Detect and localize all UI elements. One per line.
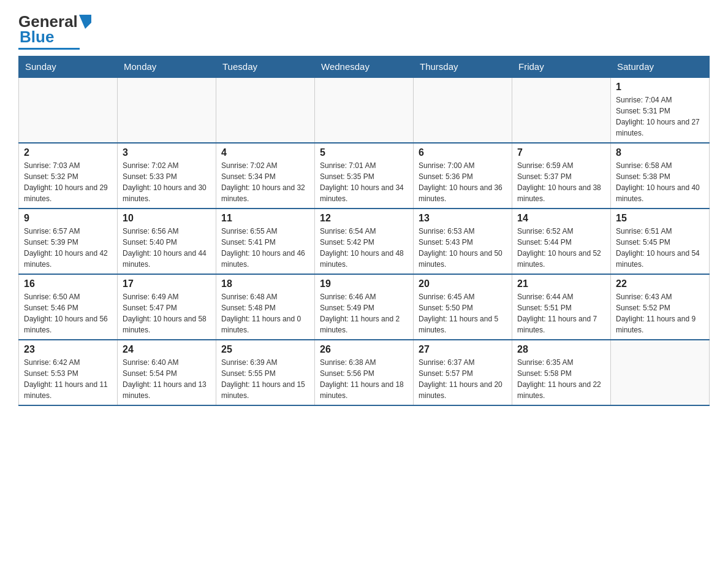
calendar-cell: 15Sunrise: 6:51 AMSunset: 5:45 PMDayligh… [611,209,710,274]
calendar-cell: 27Sunrise: 6:37 AMSunset: 5:57 PMDayligh… [414,340,512,405]
calendar-cell: 11Sunrise: 6:55 AMSunset: 5:41 PMDayligh… [216,209,315,274]
sun-info: Sunrise: 7:02 AMSunset: 5:34 PMDaylight:… [221,160,309,204]
day-number: 5 [320,147,408,158]
calendar-cell [315,77,414,143]
day-number: 15 [616,213,704,224]
calendar-week-3: 9Sunrise: 6:57 AMSunset: 5:39 PMDaylight… [19,209,710,274]
day-number: 18 [221,278,309,289]
calendar-cell: 13Sunrise: 6:53 AMSunset: 5:43 PMDayligh… [414,209,512,274]
calendar-cell [19,77,118,143]
sun-info: Sunrise: 6:50 AMSunset: 5:46 PMDaylight:… [24,291,112,335]
calendar-cell: 17Sunrise: 6:49 AMSunset: 5:47 PMDayligh… [118,274,216,340]
sun-info: Sunrise: 6:51 AMSunset: 5:45 PMDaylight:… [616,226,704,270]
calendar-cell: 19Sunrise: 6:46 AMSunset: 5:49 PMDayligh… [315,274,414,340]
day-number: 20 [419,278,507,289]
sun-info: Sunrise: 6:54 AMSunset: 5:42 PMDaylight:… [320,226,408,270]
calendar-cell: 24Sunrise: 6:40 AMSunset: 5:54 PMDayligh… [118,340,216,405]
day-number: 6 [419,147,507,158]
day-number: 9 [24,213,112,224]
calendar-table: SundayMondayTuesdayWednesdayThursdayFrid… [18,56,710,406]
day-number: 19 [320,278,408,289]
calendar-week-4: 16Sunrise: 6:50 AMSunset: 5:46 PMDayligh… [19,274,710,340]
calendar-cell: 22Sunrise: 6:43 AMSunset: 5:52 PMDayligh… [611,274,710,340]
sun-info: Sunrise: 7:03 AMSunset: 5:32 PMDaylight:… [24,160,112,204]
calendar-cell: 1Sunrise: 7:04 AMSunset: 5:31 PMDaylight… [611,77,710,143]
logo-blue: Blue [20,28,54,47]
day-number: 27 [419,344,507,355]
sun-info: Sunrise: 6:48 AMSunset: 5:48 PMDaylight:… [221,291,309,335]
sun-info: Sunrise: 6:40 AMSunset: 5:54 PMDaylight:… [123,357,211,401]
day-number: 14 [517,213,605,224]
weekday-header-monday: Monday [118,56,216,78]
day-number: 8 [616,147,704,158]
day-number: 21 [517,278,605,289]
day-number: 12 [320,213,408,224]
sun-info: Sunrise: 6:56 AMSunset: 5:40 PMDaylight:… [123,226,211,270]
calendar-cell [414,77,512,143]
sun-info: Sunrise: 6:57 AMSunset: 5:39 PMDaylight:… [24,226,112,270]
sun-info: Sunrise: 6:49 AMSunset: 5:47 PMDaylight:… [123,291,211,335]
calendar-cell: 3Sunrise: 7:02 AMSunset: 5:33 PMDaylight… [118,143,216,209]
calendar-week-2: 2Sunrise: 7:03 AMSunset: 5:32 PMDaylight… [19,143,710,209]
calendar-cell [216,77,315,143]
day-number: 23 [24,344,112,355]
weekday-header-saturday: Saturday [611,56,710,78]
sun-info: Sunrise: 6:59 AMSunset: 5:37 PMDaylight:… [517,160,605,204]
day-number: 17 [123,278,211,289]
day-number: 2 [24,147,112,158]
weekday-header-friday: Friday [512,56,611,78]
day-number: 28 [517,344,605,355]
sun-info: Sunrise: 6:53 AMSunset: 5:43 PMDaylight:… [419,226,507,270]
sun-info: Sunrise: 7:01 AMSunset: 5:35 PMDaylight:… [320,160,408,204]
day-number: 25 [221,344,309,355]
logo: General Blue [18,12,97,50]
calendar-cell [512,77,611,143]
calendar-cell: 5Sunrise: 7:01 AMSunset: 5:35 PMDaylight… [315,143,414,209]
logo-triangle-icon [79,12,97,30]
calendar-week-1: 1Sunrise: 7:04 AMSunset: 5:31 PMDaylight… [19,77,710,143]
day-number: 24 [123,344,211,355]
weekday-header-tuesday: Tuesday [216,56,315,78]
day-number: 1 [616,82,704,93]
day-number: 11 [221,213,309,224]
sun-info: Sunrise: 6:52 AMSunset: 5:44 PMDaylight:… [517,226,605,270]
calendar-cell: 8Sunrise: 6:58 AMSunset: 5:38 PMDaylight… [611,143,710,209]
logo-underline [18,48,80,50]
calendar-cell: 26Sunrise: 6:38 AMSunset: 5:56 PMDayligh… [315,340,414,405]
calendar-cell: 10Sunrise: 6:56 AMSunset: 5:40 PMDayligh… [118,209,216,274]
sun-info: Sunrise: 6:39 AMSunset: 5:55 PMDaylight:… [221,357,309,401]
calendar-cell: 2Sunrise: 7:03 AMSunset: 5:32 PMDaylight… [19,143,118,209]
weekday-header-sunday: Sunday [19,56,118,78]
calendar-cell: 21Sunrise: 6:44 AMSunset: 5:51 PMDayligh… [512,274,611,340]
sun-info: Sunrise: 6:55 AMSunset: 5:41 PMDaylight:… [221,226,309,270]
sun-info: Sunrise: 6:42 AMSunset: 5:53 PMDaylight:… [24,357,112,401]
sun-info: Sunrise: 6:35 AMSunset: 5:58 PMDaylight:… [517,357,605,401]
sun-info: Sunrise: 6:46 AMSunset: 5:49 PMDaylight:… [320,291,408,335]
day-number: 4 [221,147,309,158]
svg-marker-0 [79,15,91,29]
day-number: 26 [320,344,408,355]
calendar-cell: 7Sunrise: 6:59 AMSunset: 5:37 PMDaylight… [512,143,611,209]
sun-info: Sunrise: 6:43 AMSunset: 5:52 PMDaylight:… [616,291,704,335]
calendar-cell: 18Sunrise: 6:48 AMSunset: 5:48 PMDayligh… [216,274,315,340]
calendar-cell: 6Sunrise: 7:00 AMSunset: 5:36 PMDaylight… [414,143,512,209]
calendar-cell: 23Sunrise: 6:42 AMSunset: 5:53 PMDayligh… [19,340,118,405]
calendar-cell: 16Sunrise: 6:50 AMSunset: 5:46 PMDayligh… [19,274,118,340]
calendar-cell: 9Sunrise: 6:57 AMSunset: 5:39 PMDaylight… [19,209,118,274]
calendar-header-row: SundayMondayTuesdayWednesdayThursdayFrid… [19,56,710,78]
calendar-cell: 14Sunrise: 6:52 AMSunset: 5:44 PMDayligh… [512,209,611,274]
calendar-week-5: 23Sunrise: 6:42 AMSunset: 5:53 PMDayligh… [19,340,710,405]
calendar-cell: 20Sunrise: 6:45 AMSunset: 5:50 PMDayligh… [414,274,512,340]
day-number: 10 [123,213,211,224]
day-number: 16 [24,278,112,289]
day-number: 13 [419,213,507,224]
day-number: 3 [123,147,211,158]
day-number: 7 [517,147,605,158]
sun-info: Sunrise: 6:44 AMSunset: 5:51 PMDaylight:… [517,291,605,335]
day-number: 22 [616,278,704,289]
calendar-cell [611,340,710,405]
weekday-header-thursday: Thursday [414,56,512,78]
calendar-cell: 25Sunrise: 6:39 AMSunset: 5:55 PMDayligh… [216,340,315,405]
calendar-cell: 28Sunrise: 6:35 AMSunset: 5:58 PMDayligh… [512,340,611,405]
sun-info: Sunrise: 6:37 AMSunset: 5:57 PMDaylight:… [419,357,507,401]
